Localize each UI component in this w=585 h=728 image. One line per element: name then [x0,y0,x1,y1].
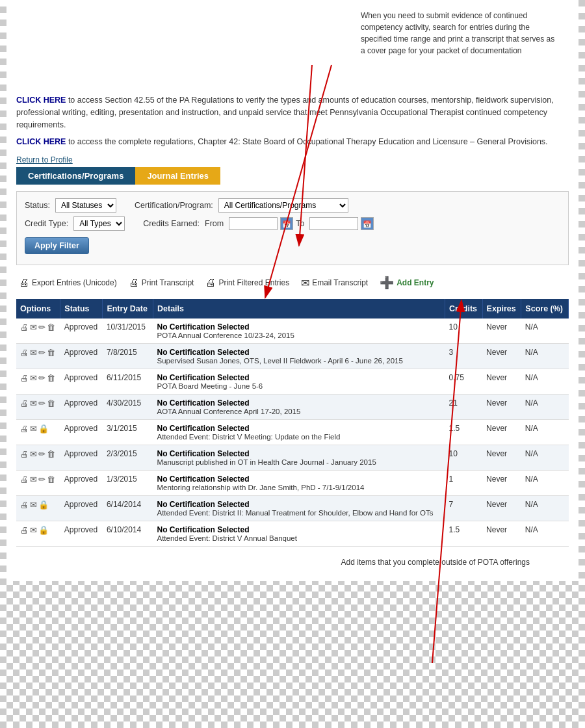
detail-subtitle: Attended Event: District V Meeting: Upda… [157,433,441,441]
row-action-icon[interactable]: 🖨 [20,424,29,434]
from-calendar-icon[interactable]: 📅 [280,217,293,230]
row-action-icon[interactable]: ✉ [30,424,37,434]
row-status: Approved [60,420,103,445]
row-status: Approved [60,445,103,471]
row-action-icon[interactable]: 🖨 [20,449,29,459]
col-expires: Expires [482,299,521,318]
row-action-icon[interactable]: 🖨 [20,525,29,535]
row-entry-date: 10/31/2015 [103,318,153,344]
detail-title: No Certification Selected [157,398,441,408]
row-expires: Never [482,395,521,420]
print-filtered-icon: 🖨 [205,277,216,289]
row-action-icon[interactable]: 🖨 [20,398,29,408]
row-action-icon[interactable]: 🗑 [47,449,55,459]
col-status: Status [60,299,103,318]
click-here-section-2: CLICK HERE to access the complete regula… [16,136,569,148]
row-action-icon[interactable]: ✏ [38,348,46,358]
to-label: To [296,219,304,228]
return-to-profile-link[interactable]: Return to Profile [16,155,73,164]
status-select[interactable]: All Statuses [55,198,116,213]
credit-type-select[interactable]: All Types [73,216,125,231]
row-action-icon[interactable]: 🔒 [38,424,49,434]
row-action-icon[interactable]: ✏ [38,474,46,484]
row-action-icon[interactable]: ✉ [30,348,37,358]
tab-journal-entries[interactable]: Journal Entries [135,167,220,185]
row-action-icon[interactable]: 🗑 [47,348,55,358]
export-entries-label: Export Entries (Unicode) [32,278,117,287]
row-entry-date: 1/3/2015 [103,471,153,496]
row-action-icon[interactable]: ✏ [38,449,46,459]
row-status: Approved [60,521,103,547]
row-details: No Certification SelectedPOTA Annual Con… [153,318,445,344]
export-entries-button[interactable]: 🖨 Export Entries (Unicode) [16,276,120,290]
row-action-icon[interactable]: 🖨 [20,500,29,510]
status-label: Status: [25,201,50,210]
row-action-icon[interactable]: ✉ [30,398,37,408]
detail-title: No Certification Selected [157,474,441,484]
row-action-icon[interactable]: ✉ [30,449,37,459]
detail-title: No Certification Selected [157,525,441,534]
from-label: From [205,219,224,228]
row-expires: Never [482,344,521,369]
col-credits: Credits [445,299,483,318]
row-action-icon[interactable]: 🔒 [38,500,49,510]
table-row: 🖨✉🔒Approved6/10/2014No Certification Sel… [16,521,569,547]
row-action-icon[interactable]: ✏ [38,373,46,383]
row-action-icon[interactable]: 🗑 [47,373,55,383]
row-action-icon[interactable]: 🗑 [47,322,55,332]
click-here-link-1[interactable]: CLICK HERE [16,96,66,105]
detail-subtitle: Mentoring relationship with Dr. Jane Smi… [157,484,441,491]
row-credits: 1 [445,471,483,496]
print-filtered-button[interactable]: 🖨 Print Filtered Entries [203,276,292,290]
email-icon: ✉ [301,277,309,289]
email-transcript-button[interactable]: ✉ Email Transcript [298,276,370,291]
tabs-container: Certifications/Programs Journal Entries [16,167,569,185]
row-options: 🖨✉✏🗑 [16,395,60,420]
row-action-icon[interactable]: ✉ [30,322,37,332]
to-date-input[interactable] [309,217,358,230]
row-action-icon[interactable]: 🗑 [47,474,55,484]
to-calendar-icon[interactable]: 📅 [361,217,374,230]
row-options: 🖨✉✏🗑 [16,344,60,369]
detail-title: No Certification Selected [157,424,441,433]
row-action-icon[interactable]: 🔒 [38,525,49,535]
tab-certifications[interactable]: Certifications/Programs [16,167,135,185]
click-here-link-2[interactable]: CLICK HERE [16,137,66,146]
row-action-icon[interactable]: ✏ [38,398,46,408]
row-score: N/A [521,318,569,344]
row-expires: Never [482,420,521,445]
row-action-icon[interactable]: ✉ [30,500,37,510]
row-action-icon[interactable]: 🗑 [47,398,55,408]
row-score: N/A [521,496,569,521]
row-action-icon[interactable]: 🖨 [20,373,29,383]
row-status: Approved [60,344,103,369]
row-action-icon[interactable]: 🖨 [20,322,29,332]
apply-filter-button[interactable]: Apply Filter [25,237,89,254]
col-entry-date: Entry Date [103,299,153,318]
row-action-icon[interactable]: ✉ [30,373,37,383]
row-score: N/A [521,344,569,369]
annotation-area: When you need to submit evidence of cont… [16,6,569,91]
row-action-icon[interactable]: ✏ [38,322,46,332]
row-options: 🖨✉✏🗑 [16,445,60,471]
row-expires: Never [482,521,521,547]
table-row: 🖨✉✏🗑Approved6/11/2015No Certification Se… [16,369,569,395]
row-action-icon[interactable]: 🖨 [20,348,29,358]
print-transcript-button[interactable]: 🖨 Print Transcript [126,276,197,290]
row-status: Approved [60,318,103,344]
table-row: 🖨✉✏🗑Approved4/30/2015No Certification Se… [16,395,569,420]
row-action-icon[interactable]: ✉ [30,474,37,484]
row-status: Approved [60,471,103,496]
row-credits: 3 [445,344,483,369]
row-action-icon[interactable]: ✉ [30,525,37,535]
cert-program-select[interactable]: All Certifications/Programs [218,198,348,213]
row-details: No Certification SelectedPOTA Board Meet… [153,369,445,395]
row-options: 🖨✉✏🗑 [16,318,60,344]
bottom-note-text: Add items that you complete outside of P… [341,556,530,568]
detail-subtitle: Attended Event: District II: Manual Trea… [157,509,441,517]
row-action-icon[interactable]: 🖨 [20,474,29,484]
from-date-input[interactable] [229,217,278,230]
add-entry-button[interactable]: ➕ Add Entry [377,274,436,291]
print-transcript-label: Print Transcript [142,278,194,287]
export-icon: 🖨 [19,277,29,289]
